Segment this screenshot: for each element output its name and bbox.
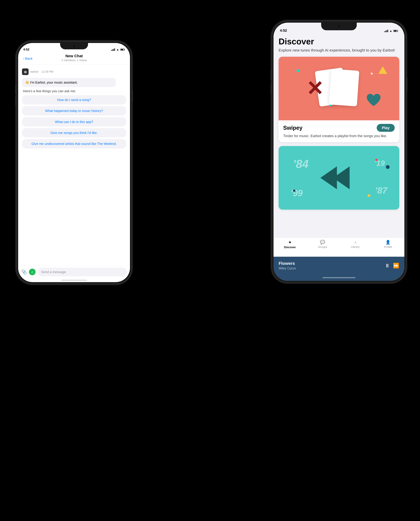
home-bar — [322, 277, 355, 278]
discover-screen: 4:52 ▲ Discover Explo — [274, 23, 404, 281]
power-button[interactable] — [406, 77, 407, 91]
dot-dark — [293, 189, 295, 192]
dot-peach — [371, 73, 373, 75]
bot-avatar: 🤖 — [22, 69, 29, 75]
x-icon: ✕ — [306, 78, 323, 99]
discover-subtitle: Explore new tunes through AI experiences… — [279, 47, 399, 53]
dot-navy — [386, 165, 390, 169]
tab-groups[interactable]: 💬 Groups — [306, 240, 339, 249]
chat-input-bar: 📎 ♫ Send a message — [18, 265, 130, 278]
year-99: '99 — [291, 188, 303, 198]
chat-screen: 4:52 ▲ ‹ — [18, 43, 130, 282]
fast-forward-button[interactable]: ⏩ — [393, 263, 399, 269]
tab-library[interactable]: ♪ Library — [339, 240, 372, 249]
wifi-icon: ▲ — [389, 29, 392, 32]
chat-title: New Chat — [23, 54, 125, 58]
time-label: 4:52 — [280, 29, 287, 32]
suggestion-1[interactable]: How do I send a song? — [22, 95, 126, 104]
rewind-card: '84 '99 '19 '87 — [279, 146, 399, 210]
tab-profile-label: Profile — [384, 245, 392, 249]
swipey-play-button[interactable]: Play — [377, 124, 395, 132]
dot-yellow — [368, 194, 370, 197]
tab-discover[interactable]: ✦ Discover — [274, 240, 306, 249]
triangle-decoration — [378, 66, 387, 74]
status-right: ▲ — [111, 48, 125, 51]
status-right: ▲ — [384, 29, 398, 32]
chat-phone: 4:52 ▲ ‹ — [17, 42, 131, 283]
dot-teal-2 — [329, 105, 331, 106]
chat-subtitle: 2 members, 1 online — [23, 59, 125, 62]
back-label: Back — [25, 57, 32, 61]
tab-library-label: Library — [351, 245, 360, 249]
home-indicator — [274, 274, 404, 281]
chat-header: ‹ Back New Chat 2 members, 1 online — [18, 53, 130, 65]
signal-icon — [384, 30, 388, 32]
notch — [321, 23, 357, 30]
card-decoration-2 — [329, 69, 359, 106]
rewind-arrows — [323, 166, 350, 189]
tab-discover-label: Discover — [284, 246, 296, 249]
power-button[interactable] — [132, 90, 133, 101]
home-indicator — [18, 278, 130, 282]
spotify-button[interactable]: ♫ — [29, 269, 36, 275]
chevron-left-icon: ‹ — [23, 57, 24, 61]
swipey-image: ✕ — [279, 57, 399, 120]
groups-icon: 💬 — [320, 240, 325, 245]
intro-text: Here's a few things you can ask me: — [22, 89, 126, 93]
volume-up-button[interactable] — [270, 70, 272, 80]
now-playing-title: Flowers — [279, 261, 382, 266]
tab-groups-label: Groups — [318, 245, 327, 249]
volume-down-button[interactable] — [270, 84, 272, 94]
camera — [73, 45, 75, 47]
card-description: Tinder for music. Earbot creates a playl… — [283, 133, 395, 139]
sparkle-icon: ✦ — [288, 240, 292, 245]
suggestion-2[interactable]: What happened today in music history? — [22, 106, 126, 115]
discover-content: Discover Explore new tunes through AI ex… — [274, 34, 404, 238]
tab-bar: ✦ Discover 💬 Groups ♪ Library 👤 Profile — [274, 238, 404, 257]
signal-icon — [111, 48, 115, 51]
year-84: '84 — [293, 157, 308, 171]
time-label: 4:52 — [23, 48, 29, 51]
home-bar — [61, 280, 87, 280]
volume-up-button[interactable] — [15, 85, 16, 94]
input-placeholder: Send a message — [41, 270, 66, 274]
battery-icon — [120, 49, 125, 51]
greeting-message: 👋 I'm Earbot, your music assistant. — [22, 78, 116, 87]
back-button[interactable]: ‹ Back — [23, 57, 32, 61]
discover-title: Discover — [279, 37, 399, 46]
message-input[interactable]: Send a message — [38, 268, 127, 276]
tab-profile[interactable]: 👤 Profile — [372, 240, 405, 249]
battery-icon — [393, 30, 398, 32]
now-playing-artist: Miley Cyrus — [279, 266, 382, 270]
suggestion-5[interactable]: Give me undiscovered artists that sound … — [22, 139, 126, 148]
swipey-info: Swipey Play Tinder for music. Earbot cre… — [279, 120, 399, 142]
wifi-icon: ▲ — [116, 48, 119, 51]
bot-header: 🤖 earbot 12:35 PM — [22, 69, 126, 75]
dot-red — [375, 159, 378, 161]
playback-controls: ⏸ ⏩ — [385, 263, 399, 269]
now-playing-info: Flowers Miley Cyrus — [279, 261, 382, 270]
suggestion-3[interactable]: What can I do in this app? — [22, 117, 126, 126]
now-playing-bar[interactable]: Flowers Miley Cyrus ⏸ ⏩ — [274, 257, 404, 274]
scene: 4:52 ▲ ‹ — [7, 6, 413, 515]
library-icon: ♪ — [354, 240, 356, 244]
discover-phone: 4:52 ▲ Discover Explo — [272, 21, 406, 282]
heart-icon — [366, 92, 381, 108]
card-name: Swipey — [283, 125, 302, 131]
attach-icon[interactable]: 📎 — [21, 269, 27, 275]
dot-teal — [297, 70, 299, 72]
profile-icon: 👤 — [385, 240, 390, 245]
notch — [60, 43, 88, 49]
rewind-arrow-2 — [333, 166, 350, 189]
card-title-row: Swipey Play — [283, 124, 395, 132]
pause-button[interactable]: ⏸ — [385, 263, 390, 269]
bot-time: 12:35 PM — [41, 70, 53, 73]
camera — [338, 25, 340, 28]
chat-messages: 🤖 earbot 12:35 PM 👋 I'm Earbot, your mus… — [18, 65, 130, 265]
bot-name: earbot — [30, 70, 38, 73]
volume-down-button[interactable] — [15, 96, 16, 105]
year-87: '87 — [375, 186, 387, 196]
swipey-card: ✕ — [279, 57, 399, 142]
suggestion-4[interactable]: Give me songs you think I'd like. — [22, 128, 126, 137]
rewind-image: '84 '99 '19 '87 — [279, 146, 399, 210]
